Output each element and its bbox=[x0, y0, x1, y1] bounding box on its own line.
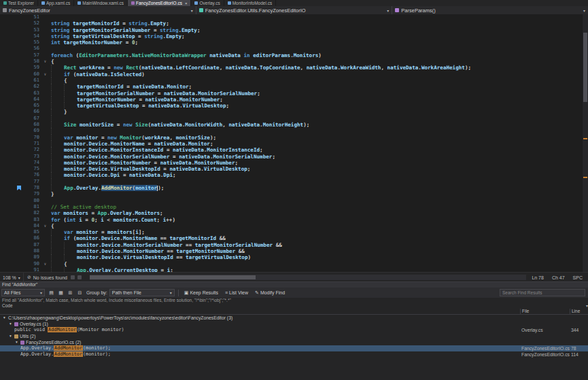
result-row[interactable]: public void AddMonitor(Monitor monitor)O… bbox=[0, 327, 588, 333]
tab-app-xaml-cs[interactable]: App.xaml.cs bbox=[38, 0, 74, 6]
result-row[interactable]: ▾FancyZonesEditorIO.cs (2) bbox=[0, 339, 588, 345]
code-text[interactable]: string targetVirtualDesktop = string.Emp… bbox=[51, 33, 588, 39]
breakpoint-margin[interactable] bbox=[0, 39, 23, 46]
copy-results-icon[interactable]: ▤ bbox=[47, 289, 56, 296]
code-text[interactable]: if (nativeData.IsSelected) bbox=[51, 71, 588, 77]
select-all-icon[interactable]: ▦ bbox=[56, 289, 65, 296]
code-text[interactable] bbox=[51, 46, 588, 52]
result-row[interactable]: ▾Overlay.cs (1) bbox=[0, 321, 588, 327]
breakpoint-margin[interactable] bbox=[0, 135, 23, 141]
code-text[interactable]: { bbox=[51, 58, 588, 65]
breakpoint-margin[interactable] bbox=[0, 185, 23, 191]
code-text[interactable]: monitor.Device.MonitorSerialNumber == ta… bbox=[51, 242, 588, 248]
result-row[interactable]: ▾C:\Users\zhaopengwang\Desktop\powertoys… bbox=[0, 315, 588, 321]
breakpoint-margin[interactable] bbox=[0, 58, 23, 65]
code-text[interactable]: { bbox=[51, 261, 588, 267]
tab-fancyzoneseditorio-cs[interactable]: FancyZonesEditorIO.cs× bbox=[128, 0, 191, 6]
breakpoint-margin[interactable] bbox=[0, 141, 23, 147]
breakpoint-margin[interactable] bbox=[0, 71, 23, 77]
document-health-indicator[interactable]: ⊘ No issues found bbox=[24, 273, 71, 282]
breakpoint-margin[interactable] bbox=[0, 267, 23, 272]
close-icon[interactable]: × bbox=[185, 1, 188, 5]
code-text[interactable]: monitor.Device.MonitorNumber = nativeDat… bbox=[51, 160, 588, 166]
project-dropdown[interactable]: FancyZonesEditor ▾ bbox=[0, 6, 196, 14]
code-text[interactable]: var monitor = new Monitor(workArea, moni… bbox=[51, 135, 588, 141]
breakpoint-margin[interactable] bbox=[0, 179, 23, 185]
code-text[interactable]: targetMonitorId = nativeData.Monitor; bbox=[51, 84, 588, 90]
breakpoint-margin[interactable] bbox=[0, 154, 23, 160]
code-text[interactable] bbox=[51, 14, 588, 20]
breakpoint-margin[interactable] bbox=[0, 248, 23, 254]
type-dropdown[interactable]: FancyZonesEditor.Utils.FancyZonesEditorI… bbox=[196, 6, 393, 14]
breakpoint-margin[interactable] bbox=[0, 210, 23, 216]
expander-icon[interactable]: ▾ bbox=[14, 339, 19, 345]
code-text[interactable]: var monitors = App.Overlay.Monitors; bbox=[51, 210, 588, 216]
code-text[interactable]: monitor.Device.Dpi = nativeData.Dpi; bbox=[51, 172, 588, 178]
line-column-header[interactable]: Line bbox=[570, 309, 588, 314]
settings-icon[interactable] bbox=[77, 275, 82, 279]
code-text[interactable]: Size monitorSize = new Size(nativeData.M… bbox=[51, 122, 588, 128]
code-text[interactable]: Rect workArea = new Rect(nativeData.Left… bbox=[51, 65, 588, 71]
breakpoint-margin[interactable] bbox=[0, 122, 23, 128]
breakpoint-margin[interactable] bbox=[0, 52, 23, 58]
code-text[interactable]: { bbox=[51, 77, 588, 84]
breakpoint-margin[interactable] bbox=[0, 90, 23, 97]
breakpoint-margin[interactable] bbox=[0, 103, 23, 109]
breakpoint-margin[interactable] bbox=[0, 20, 23, 27]
editor-horizontal-scrollbar[interactable] bbox=[90, 275, 526, 280]
zoom-control[interactable]: 108 % ▾ bbox=[0, 273, 24, 282]
member-dropdown[interactable]: ParseParams() ▾ bbox=[392, 6, 588, 14]
breakpoint-margin[interactable] bbox=[0, 198, 23, 204]
tab-test-explorer[interactable]: Test Explorer bbox=[0, 0, 38, 6]
breakpoint-margin[interactable] bbox=[0, 77, 23, 84]
breakpoint-margin[interactable] bbox=[0, 116, 23, 122]
tab-mainwindow-xaml-cs[interactable]: MainWindow.xaml.cs bbox=[74, 0, 128, 6]
collapse-all-icon[interactable]: ⊟ bbox=[75, 289, 84, 296]
breakpoint-margin[interactable] bbox=[0, 223, 23, 229]
code-text[interactable] bbox=[51, 128, 588, 134]
breakpoint-margin[interactable] bbox=[0, 27, 23, 33]
code-text[interactable] bbox=[51, 179, 588, 185]
code-text[interactable]: // Set active desktop bbox=[51, 204, 588, 210]
code-text[interactable]: string targetMonitorSerialNumber = strin… bbox=[51, 27, 588, 33]
breakpoint-margin[interactable] bbox=[0, 147, 23, 153]
code-text[interactable]: monitor.Device.VirtualDesktopId = native… bbox=[51, 166, 588, 172]
code-text[interactable]: monitor.Device.MonitorInstanceId = nativ… bbox=[51, 147, 588, 153]
code-text[interactable]: App.Overlay.CurrentDesktop = i; bbox=[51, 267, 588, 272]
breakpoint-margin[interactable] bbox=[0, 14, 23, 20]
group-by-dropdown[interactable]: Path then File ▾ bbox=[109, 289, 175, 296]
breakpoint-margin[interactable] bbox=[0, 97, 23, 103]
fold-collapse-icon[interactable]: ∨ bbox=[39, 261, 51, 267]
breakpoint-margin[interactable] bbox=[0, 84, 23, 90]
breakpoint-margin[interactable] bbox=[0, 242, 23, 248]
horizontal-scrollbar-thumb[interactable] bbox=[90, 275, 256, 279]
code-text[interactable] bbox=[51, 198, 588, 204]
breakpoint-margin[interactable] bbox=[0, 46, 23, 52]
scope-dropdown[interactable]: All Files ▾ bbox=[1, 289, 45, 296]
expand-all-icon[interactable]: ⊞ bbox=[66, 289, 75, 296]
vertical-scrollbar-thumb[interactable] bbox=[583, 33, 587, 102]
tab-monitorinfomodel-cs[interactable]: MonitorInfoModel.cs bbox=[224, 0, 277, 6]
code-text[interactable]: if (monitor.Device.MonitorName == target… bbox=[51, 235, 588, 241]
editor-vertical-scrollbar[interactable] bbox=[582, 14, 588, 272]
modify-find-button[interactable]: ✎Modify Find bbox=[253, 289, 287, 296]
code-text[interactable]: } bbox=[51, 109, 588, 115]
keep-results-toggle[interactable]: ▣Keep Results bbox=[182, 289, 220, 296]
breakpoint-margin[interactable] bbox=[0, 109, 23, 115]
breakpoint-margin[interactable] bbox=[0, 254, 23, 260]
breakpoint-margin[interactable] bbox=[0, 191, 23, 197]
fold-collapse-icon[interactable]: ∨ bbox=[39, 71, 51, 77]
code-text[interactable]: } bbox=[51, 191, 588, 197]
breakpoint-margin[interactable] bbox=[0, 166, 23, 172]
code-text[interactable]: string targetMonitorId = string.Empty; bbox=[51, 20, 588, 27]
breakpoint-margin[interactable] bbox=[0, 235, 23, 241]
code-cleanup-icon[interactable] bbox=[71, 275, 75, 279]
code-text[interactable]: targetMonitorSerialNumber = nativeData.M… bbox=[51, 90, 588, 97]
breakpoint-margin[interactable] bbox=[0, 172, 23, 178]
code-text[interactable] bbox=[51, 116, 588, 122]
code-text[interactable]: targetMonitorNumber = nativeData.Monitor… bbox=[51, 97, 588, 103]
breakpoint-margin[interactable] bbox=[0, 217, 23, 223]
code-text[interactable]: monitor.Device.MonitorNumber == targetMo… bbox=[51, 248, 588, 254]
search-find-results-input[interactable] bbox=[500, 289, 585, 296]
breakpoint-margin[interactable] bbox=[0, 128, 23, 134]
